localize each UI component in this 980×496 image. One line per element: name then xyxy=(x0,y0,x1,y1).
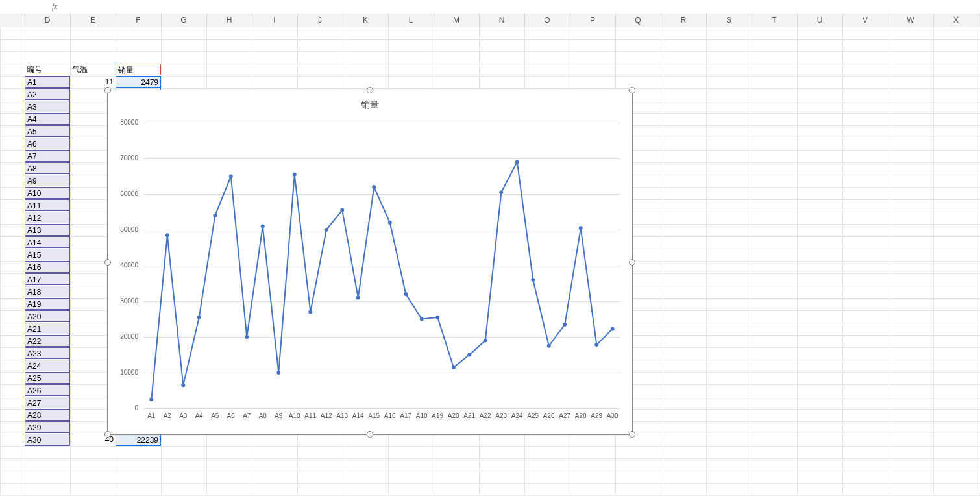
cell-id-A27[interactable]: A27 xyxy=(25,397,70,408)
chart-data-point[interactable] xyxy=(213,214,217,217)
chart-data-point[interactable] xyxy=(276,371,280,375)
cell-id-A4[interactable]: A4 xyxy=(25,113,70,125)
col-header-T[interactable]: T xyxy=(752,14,798,27)
chart-data-point[interactable] xyxy=(372,185,376,189)
cell-id-A12[interactable]: A12 xyxy=(25,212,70,223)
cell-id-A29[interactable]: A29 xyxy=(25,421,70,433)
col-header-V[interactable]: V xyxy=(842,14,888,27)
cell-id-A16[interactable]: A16 xyxy=(25,261,70,273)
col-header-W[interactable]: W xyxy=(888,14,934,27)
cell-id-A3[interactable]: A3 xyxy=(25,101,70,112)
chart-data-point[interactable] xyxy=(165,233,169,237)
chart-series-line[interactable] xyxy=(151,162,613,400)
chart-data-point[interactable] xyxy=(611,327,615,331)
chart-data-point[interactable] xyxy=(388,221,392,225)
cell-id-A25[interactable]: A25 xyxy=(25,372,70,384)
formula-bar[interactable]: fx xyxy=(0,0,980,14)
chart-data-point[interactable] xyxy=(325,228,328,232)
cell-id-A28[interactable]: A28 xyxy=(25,409,70,421)
col-header-Q[interactable]: Q xyxy=(615,14,661,27)
chart-data-point[interactable] xyxy=(515,160,519,164)
col-header-E[interactable]: E xyxy=(70,14,116,27)
cell-id-A13[interactable]: A13 xyxy=(25,224,70,236)
cell-id-A18[interactable]: A18 xyxy=(25,286,70,297)
chart-data-point[interactable] xyxy=(467,353,471,357)
col-header-H[interactable]: H xyxy=(206,14,252,27)
chart-data-point[interactable] xyxy=(452,366,456,369)
col-header-U[interactable]: U xyxy=(797,14,843,27)
col-header-corner[interactable] xyxy=(0,14,25,27)
col-header-K[interactable]: K xyxy=(343,14,389,27)
chart-data-point[interactable] xyxy=(245,335,249,339)
cell-id-A8[interactable]: A8 xyxy=(25,162,70,174)
chart-data-point[interactable] xyxy=(229,175,233,179)
chart-data-point[interactable] xyxy=(261,225,265,229)
cell-id-A23[interactable]: A23 xyxy=(25,347,70,359)
chart-data-point[interactable] xyxy=(499,190,503,194)
chart-data-point[interactable] xyxy=(547,344,551,348)
cell-id-A30[interactable]: A30 xyxy=(25,434,70,445)
col-header-M[interactable]: M xyxy=(434,14,480,27)
cell-id-A11[interactable]: A11 xyxy=(25,199,70,211)
header-sales[interactable]: 销量 xyxy=(116,64,161,75)
header-temp[interactable]: 气温 xyxy=(70,64,116,75)
cell-id-A19[interactable]: A19 xyxy=(25,298,70,310)
col-header-P[interactable]: P xyxy=(570,14,616,27)
chart-data-point[interactable] xyxy=(563,323,567,327)
cell-id-A22[interactable]: A22 xyxy=(25,335,70,347)
cell-id-A5[interactable]: A5 xyxy=(25,125,70,137)
chart-data-point[interactable] xyxy=(356,296,360,300)
fx-icon: fx xyxy=(52,2,58,12)
chart-data-point[interactable] xyxy=(149,397,153,401)
col-header-X[interactable]: X xyxy=(933,14,979,27)
cell-id-A1[interactable]: A1 xyxy=(25,76,70,88)
col-header-L[interactable]: L xyxy=(388,14,434,27)
col-header-F[interactable]: F xyxy=(116,14,162,27)
cell-id-A21[interactable]: A21 xyxy=(25,323,70,334)
cell-sales-A30[interactable]: 22239 xyxy=(116,434,161,445)
column-headers[interactable]: DEFGHIJKLMNOPQRSTUVWX xyxy=(0,14,980,27)
chart-data-point[interactable] xyxy=(484,339,487,343)
col-header-O[interactable]: O xyxy=(524,14,570,27)
cell-temp-A1[interactable]: 11 xyxy=(70,76,116,88)
chart-data-point[interactable] xyxy=(308,310,312,314)
cell-id-A14[interactable]: A14 xyxy=(25,236,70,248)
chart-data-point[interactable] xyxy=(181,383,185,387)
chart-data-point[interactable] xyxy=(435,316,439,319)
cell-id-A24[interactable]: A24 xyxy=(25,360,70,371)
chart-data-point[interactable] xyxy=(197,316,201,319)
chart-data-point[interactable] xyxy=(340,208,344,212)
chart-data-point[interactable] xyxy=(579,226,583,230)
chart-data-point[interactable] xyxy=(531,278,535,282)
col-header-D[interactable]: D xyxy=(25,14,71,27)
col-header-G[interactable]: G xyxy=(161,14,207,27)
cell-id-A2[interactable]: A2 xyxy=(25,88,70,100)
cell-id-A7[interactable]: A7 xyxy=(25,150,70,162)
chart-data-point[interactable] xyxy=(420,317,424,321)
col-header-N[interactable]: N xyxy=(479,14,525,27)
header-id[interactable]: 编号 xyxy=(25,64,70,75)
sales-line-chart[interactable]: 销量 0100002000030000400005000060000700008… xyxy=(107,90,633,435)
col-header-S[interactable]: S xyxy=(706,14,752,27)
cell-id-A17[interactable]: A17 xyxy=(25,273,70,285)
cell-id-A20[interactable]: A20 xyxy=(25,310,70,322)
cell-id-A26[interactable]: A26 xyxy=(25,384,70,396)
chart-data-point[interactable] xyxy=(293,173,297,177)
cell-id-A15[interactable]: A15 xyxy=(25,249,70,260)
cell-sales-A1[interactable]: 2479 xyxy=(116,76,161,88)
col-header-J[interactable]: J xyxy=(297,14,343,27)
chart-data-point[interactable] xyxy=(404,292,408,296)
col-header-I[interactable]: I xyxy=(252,14,298,27)
cell-id-A10[interactable]: A10 xyxy=(25,187,70,199)
cell-id-A6[interactable]: A6 xyxy=(25,138,70,149)
chart-data-point[interactable] xyxy=(594,343,598,347)
cell-id-A9[interactable]: A9 xyxy=(25,175,70,186)
col-header-R[interactable]: R xyxy=(661,14,707,27)
